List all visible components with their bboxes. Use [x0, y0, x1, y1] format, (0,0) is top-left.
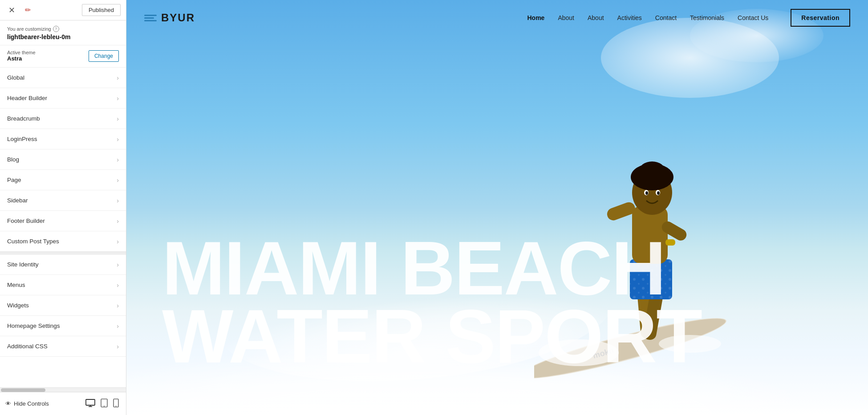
- site-name: lightbearer-lebleu-0m: [7, 33, 119, 40]
- menu-item-loginpress[interactable]: LoginPress ›: [0, 129, 126, 149]
- desktop-view-button[interactable]: [84, 397, 97, 411]
- chevron-right-icon: ›: [117, 136, 119, 143]
- pencil-icon: ✏: [25, 6, 31, 14]
- nav-link-about1[interactable]: About: [558, 14, 574, 21]
- chevron-right-icon: ›: [117, 261, 119, 268]
- chevron-right-icon: ›: [117, 156, 119, 163]
- menu-item-additional-css[interactable]: Additional CSS ›: [0, 336, 126, 357]
- chevron-right-icon: ›: [117, 74, 119, 81]
- panel-info: You are customizing ? lightbearer-lebleu…: [0, 20, 126, 45]
- close-button[interactable]: ✕: [5, 4, 18, 16]
- chevron-right-icon: ›: [117, 302, 119, 309]
- device-icons: [84, 397, 121, 411]
- wave-line-3: [144, 20, 157, 21]
- chevron-right-icon: ›: [117, 95, 119, 102]
- menu-item-blog[interactable]: Blog ›: [0, 149, 126, 170]
- theme-info: Active theme Astra: [7, 50, 36, 62]
- chevron-right-icon: ›: [117, 115, 119, 122]
- nav-link-testimonials[interactable]: Testimonials: [690, 14, 724, 21]
- change-theme-button[interactable]: Change: [89, 50, 119, 62]
- wave-line-2: [144, 17, 154, 19]
- site-preview: moku: [126, 0, 868, 415]
- logo-waves-icon: [144, 15, 157, 21]
- desktop-icon: [85, 401, 95, 408]
- chevron-right-icon: ›: [117, 197, 119, 204]
- hide-controls-label: Hide Controls: [14, 400, 49, 407]
- menu-item-menus[interactable]: Menus ›: [0, 275, 126, 295]
- published-button[interactable]: Published: [82, 4, 121, 16]
- hero-text: MIAMI BEACH WATER SPORT: [162, 234, 702, 371]
- hero-line-1: MIAMI BEACH: [162, 234, 702, 302]
- mobile-view-button[interactable]: [111, 397, 121, 411]
- tablet-view-button[interactable]: [99, 397, 110, 411]
- nav-logo: BYUR: [144, 12, 195, 24]
- chevron-right-icon: ›: [117, 322, 119, 330]
- menu-item-breadcrumb[interactable]: Breadcrumb ›: [0, 109, 126, 129]
- theme-row: Active theme Astra Change: [0, 45, 126, 68]
- customizing-label: You are customizing ?: [7, 26, 119, 32]
- chevron-right-icon: ›: [117, 218, 119, 225]
- menu-item-global[interactable]: Global ›: [0, 68, 126, 88]
- scrollbar-thumb: [1, 388, 45, 392]
- menu-item-widgets[interactable]: Widgets ›: [0, 295, 126, 316]
- reservation-button[interactable]: Reservation: [791, 9, 850, 27]
- nav-links: Home About About Activities Contact Test…: [527, 9, 850, 27]
- pencil-button[interactable]: ✏: [21, 4, 34, 16]
- menu-item-footer-builder[interactable]: Footer Builder ›: [0, 211, 126, 231]
- panel-footer: 👁 Hide Controls: [0, 392, 126, 415]
- menu-item-header-builder[interactable]: Header Builder ›: [0, 88, 126, 109]
- menu-item-homepage-settings[interactable]: Homepage Settings ›: [0, 316, 126, 336]
- panel-menu: Global › Header Builder › Breadcrumb › L…: [0, 68, 126, 387]
- menu-item-sidebar[interactable]: Sidebar ›: [0, 190, 126, 211]
- customizer-panel: ✕ ✏ Published You are customizing ? ligh…: [0, 0, 126, 415]
- hide-controls-button[interactable]: 👁 Hide Controls: [5, 400, 49, 407]
- eye-icon: 👁: [5, 400, 11, 407]
- nav-link-activities[interactable]: Activities: [617, 14, 642, 21]
- svg-point-21: [639, 161, 665, 181]
- svg-point-24: [645, 191, 648, 195]
- nav-link-contact-us[interactable]: Contact Us: [738, 14, 768, 21]
- help-icon[interactable]: ?: [53, 26, 59, 32]
- mobile-icon: [113, 401, 119, 409]
- logo-text: BYUR: [161, 12, 195, 24]
- chevron-right-icon: ›: [117, 238, 119, 245]
- chevron-right-icon: ›: [117, 177, 119, 184]
- wave-line-1: [144, 15, 157, 16]
- panel-topbar: ✕ ✏ Published: [0, 0, 126, 20]
- nav-link-about2[interactable]: About: [588, 14, 604, 21]
- site-navigation: BYUR Home About About Activities Contact…: [126, 0, 868, 36]
- menu-item-page[interactable]: Page ›: [0, 170, 126, 190]
- chevron-right-icon: ›: [117, 343, 119, 350]
- theme-name: Astra: [7, 55, 36, 62]
- svg-rect-0: [86, 399, 95, 405]
- tablet-icon: [101, 401, 108, 409]
- svg-point-6: [116, 406, 117, 407]
- svg-point-25: [657, 191, 660, 195]
- nav-link-home[interactable]: Home: [527, 14, 544, 21]
- nav-link-contact[interactable]: Contact: [655, 14, 677, 21]
- chevron-right-icon: ›: [117, 282, 119, 289]
- panel-scrollbar[interactable]: [0, 387, 126, 392]
- menu-item-custom-post-types[interactable]: Custom Post Types ›: [0, 231, 126, 252]
- svg-point-4: [104, 406, 105, 407]
- menu-item-site-identity[interactable]: Site Identity ›: [0, 254, 126, 275]
- close-icon: ✕: [8, 5, 15, 15]
- active-theme-label: Active theme: [7, 50, 36, 55]
- hero-line-2: WATER SPORT: [162, 302, 702, 371]
